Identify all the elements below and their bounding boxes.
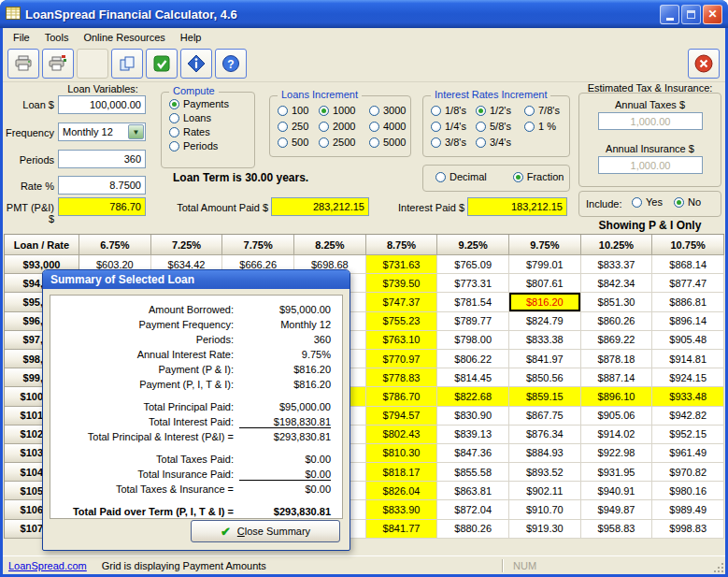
blank-button[interactable] (77, 49, 108, 79)
radio-5-8-s[interactable]: 5/8's (476, 121, 524, 132)
grid-column-header[interactable]: 8.75% (366, 235, 438, 255)
grid-cell[interactable]: $841.97 (509, 350, 581, 368)
grid-cell[interactable]: $998.83 (652, 520, 724, 539)
grid-cell[interactable]: $833.37 (581, 255, 653, 274)
menu-help[interactable]: Help (173, 30, 209, 45)
rate-input[interactable] (58, 176, 146, 195)
grid-cell[interactable]: $807.61 (509, 274, 581, 293)
resize-grip[interactable] (721, 570, 723, 572)
grid-cell[interactable]: $770.97 (366, 350, 438, 368)
grid-cell[interactable]: $773.31 (437, 274, 509, 293)
radio-payments[interactable]: Payments (169, 98, 229, 109)
grid-cell[interactable]: $905.06 (581, 407, 653, 426)
grid-cell[interactable]: $847.36 (437, 444, 509, 463)
print-setup-button[interactable] (42, 49, 74, 79)
radio-3000[interactable]: 3000 (369, 105, 414, 116)
grid-column-header[interactable]: 10.25% (581, 235, 653, 255)
grid-cell[interactable]: $887.14 (581, 368, 653, 387)
grid-cell[interactable]: $830.90 (437, 407, 509, 426)
grid-column-header[interactable]: 10.75% (652, 235, 724, 255)
grid-cell[interactable]: $860.26 (581, 312, 653, 331)
grid-cell[interactable]: $810.30 (366, 444, 438, 463)
radio-periods[interactable]: Periods (169, 140, 229, 151)
copy-button[interactable] (111, 49, 143, 79)
radio-1-4-s[interactable]: 1/4's (431, 121, 476, 132)
radio-5000[interactable]: 5000 (369, 137, 414, 148)
grid-cell[interactable]: $896.14 (652, 312, 724, 331)
grid-cell[interactable]: $989.49 (652, 500, 724, 519)
grid-column-header[interactable]: 7.25% (151, 235, 223, 255)
exit-button[interactable] (688, 49, 720, 79)
help-button[interactable]: ? (215, 49, 247, 79)
close-summary-button[interactable]: ✔ Close Summary (191, 520, 340, 542)
pmt-input[interactable] (58, 197, 146, 216)
grid-cell[interactable]: $933.48 (652, 387, 724, 406)
grid-cell[interactable]: $851.30 (581, 293, 653, 311)
radio-2500[interactable]: 2500 (319, 137, 369, 148)
menu-file[interactable]: File (6, 30, 37, 45)
grid-cell[interactable]: $859.15 (509, 387, 581, 406)
grid-column-header[interactable]: 9.75% (509, 235, 581, 255)
print-button[interactable] (7, 49, 39, 79)
grid-cell[interactable]: $806.22 (437, 350, 509, 368)
about-button[interactable] (180, 49, 212, 79)
loan-input[interactable] (58, 95, 146, 114)
periods-input[interactable] (58, 150, 146, 168)
interest-paid-field[interactable] (467, 197, 567, 216)
grid-cell[interactable]: $949.87 (581, 500, 653, 519)
grid-column-header[interactable]: 6.75% (79, 235, 151, 255)
radio-250[interactable]: 250 (278, 121, 319, 132)
grid-cell[interactable]: $814.45 (437, 368, 509, 387)
grid-cell[interactable]: $781.54 (437, 293, 509, 311)
radio-1-2-s[interactable]: 1/2's (476, 105, 524, 116)
grid-cell[interactable]: $799.01 (509, 255, 581, 274)
grid-cell[interactable]: $902.11 (509, 482, 581, 500)
grid-cell[interactable]: $824.79 (509, 312, 581, 331)
grid-cell[interactable]: $789.77 (437, 312, 509, 331)
grid-cell[interactable]: $877.47 (652, 274, 724, 293)
grid-cell[interactable]: $842.34 (581, 274, 653, 293)
grid-cell[interactable]: $850.56 (509, 368, 581, 387)
radio-500[interactable]: 500 (278, 137, 319, 148)
radio-2000[interactable]: 2000 (319, 121, 369, 132)
radio-1000[interactable]: 1000 (319, 105, 369, 116)
grid-cell[interactable]: $880.26 (437, 520, 509, 539)
radio-yes[interactable]: Yes (632, 196, 663, 208)
grid-cell[interactable]: $876.34 (509, 426, 581, 444)
grid-cell[interactable]: $922.98 (581, 444, 653, 463)
close-button[interactable]: ✕ (703, 5, 722, 24)
minimize-button[interactable] (660, 5, 679, 24)
grid-cell[interactable]: $739.50 (366, 274, 438, 293)
grid-cell[interactable]: $731.63 (366, 255, 438, 274)
grid-cell[interactable]: $747.37 (366, 293, 438, 311)
grid-cell[interactable]: $952.15 (652, 426, 724, 444)
radio-1-8-s[interactable]: 1/8's (431, 105, 476, 116)
radio-loans[interactable]: Loans (169, 112, 229, 123)
grid-cell[interactable]: $980.16 (652, 482, 724, 500)
radio-fraction[interactable]: Fraction (513, 171, 564, 182)
radio-decimal[interactable]: Decimal (435, 171, 487, 182)
grid-cell[interactable]: $802.43 (366, 426, 438, 444)
grid-cell[interactable]: $931.95 (581, 463, 653, 482)
radio-no[interactable]: No (674, 196, 701, 208)
grid-cell[interactable]: $914.02 (581, 426, 653, 444)
grid-cell[interactable]: $970.82 (652, 463, 724, 482)
radio-4000[interactable]: 4000 (369, 121, 414, 132)
grid-cell[interactable]: $755.23 (366, 312, 438, 331)
grid-cell[interactable]: $794.57 (366, 407, 438, 426)
grid-cell[interactable]: $763.10 (366, 331, 438, 350)
radio-7-8-s[interactable]: 7/8's (524, 105, 567, 116)
grid-cell[interactable]: $914.81 (652, 350, 724, 368)
grid-cell[interactable]: $786.70 (366, 387, 438, 406)
loanspread-link[interactable]: LoanSpread.com (8, 560, 87, 571)
grid-cell[interactable]: $872.04 (437, 500, 509, 519)
grid-cell[interactable]: $961.49 (652, 444, 724, 463)
export-button[interactable] (146, 49, 178, 79)
maximize-button[interactable] (681, 5, 701, 24)
grid-cell[interactable]: $839.13 (437, 426, 509, 444)
menu-online-resources[interactable]: Online Resources (76, 30, 172, 45)
grid-cell[interactable]: $910.70 (509, 500, 581, 519)
total-paid-field[interactable] (271, 197, 369, 216)
grid-cell[interactable]: $869.22 (581, 331, 653, 350)
annual-insurance-input[interactable] (598, 156, 703, 174)
